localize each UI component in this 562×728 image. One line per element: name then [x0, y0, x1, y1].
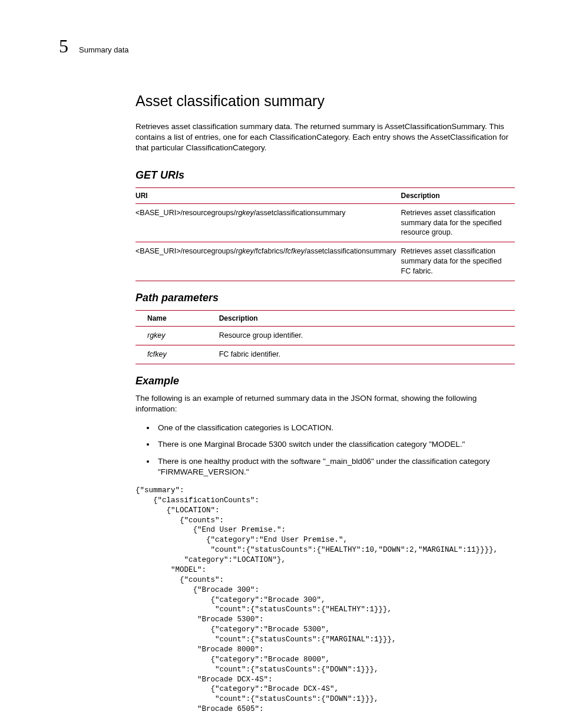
- example-intro: The following is an example of returned …: [135, 393, 515, 414]
- content-area: Asset classification summary Retrieves a…: [135, 93, 515, 714]
- page-header: 5 Summary data: [59, 35, 515, 57]
- table-row: rgkey Resource group identifier.: [135, 326, 515, 345]
- section-intro: Retrieves asset classification summary d…: [135, 121, 515, 154]
- get-uris-table: URI Description <BASE_URI>/resourcegroup…: [135, 187, 515, 281]
- description-column-header: Description: [219, 310, 515, 326]
- code-block: {"summary": {"classificationCounts": {"L…: [59, 486, 515, 714]
- table-row: <BASE_URI>/resourcegroups/rgkey/fcfabric…: [135, 242, 515, 281]
- uri-cell: <BASE_URI>/resourcegroups/rgkey/fcfabric…: [135, 242, 401, 281]
- description-cell: Retrieves asset classification summary d…: [401, 203, 515, 242]
- get-uris-heading: GET URIs: [135, 169, 515, 182]
- param-description-cell: FC fabric identifier.: [219, 345, 515, 364]
- chapter-number: 5: [59, 35, 68, 57]
- example-heading: Example: [135, 375, 515, 387]
- table-row: <BASE_URI>/resourcegroups/rgkey/assetcla…: [135, 203, 515, 242]
- param-name-cell: rgkey: [135, 326, 219, 345]
- list-item: One of the classification categories is …: [156, 423, 515, 433]
- list-item: There is one Marginal Brocade 5300 switc…: [156, 439, 515, 450]
- path-params-heading: Path parameters: [135, 292, 515, 304]
- running-head: Summary data: [79, 45, 129, 54]
- uri-cell: <BASE_URI>/resourcegroups/rgkey/assetcla…: [135, 203, 401, 242]
- description-cell: Retrieves asset classification summary d…: [401, 242, 515, 281]
- param-description-cell: Resource group identifier.: [219, 326, 515, 345]
- description-column-header: Description: [401, 187, 515, 203]
- section-title: Asset classification summary: [135, 93, 515, 110]
- param-name-cell: fcfkey: [135, 345, 219, 364]
- list-item: There is one healthy product with the so…: [156, 456, 515, 477]
- path-params-table: Name Description rgkey Resource group id…: [135, 310, 515, 364]
- name-column-header: Name: [135, 310, 219, 326]
- table-row: fcfkey FC fabric identifier.: [135, 345, 515, 364]
- uri-column-header: URI: [135, 187, 401, 203]
- example-bullets: One of the classification categories is …: [156, 423, 515, 477]
